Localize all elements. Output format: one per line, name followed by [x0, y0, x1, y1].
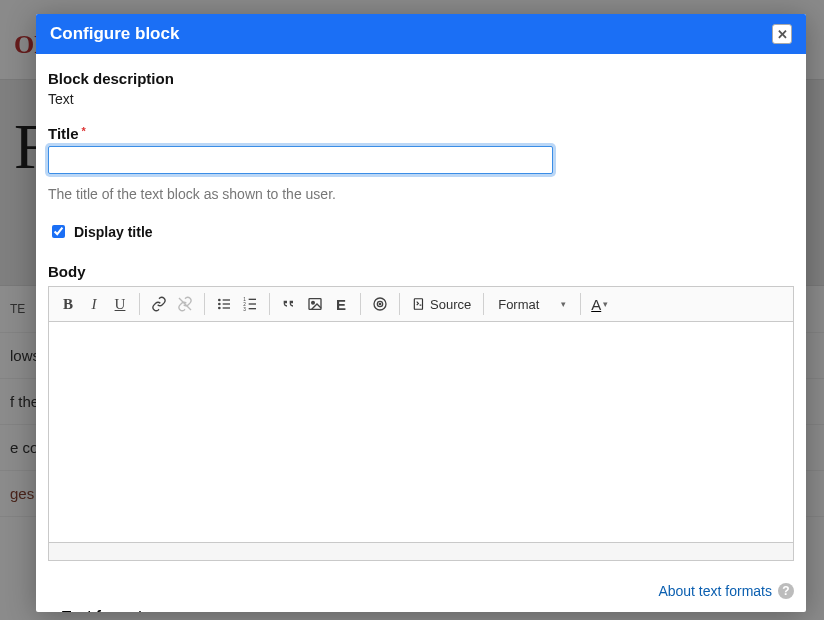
- source-button[interactable]: Source: [406, 291, 477, 317]
- svg-rect-6: [223, 307, 230, 308]
- link-button[interactable]: [146, 291, 172, 317]
- bold-button[interactable]: B: [55, 291, 81, 317]
- svg-point-17: [379, 303, 380, 304]
- modal-header: Configure block ✕: [36, 14, 806, 54]
- svg-rect-5: [223, 303, 230, 304]
- bold-icon: B: [63, 296, 73, 313]
- unlink-icon: [177, 296, 193, 312]
- underline-icon: U: [115, 296, 126, 313]
- bullet-list-icon: [216, 296, 232, 312]
- bullet-list-button[interactable]: [211, 291, 237, 317]
- title-label-text: Title: [48, 125, 79, 142]
- svg-point-2: [218, 303, 221, 306]
- media-button[interactable]: [367, 291, 393, 317]
- source-icon: [412, 297, 426, 311]
- toolbar-separator: [360, 293, 361, 315]
- italic-icon: I: [92, 296, 97, 313]
- display-title-label: Display title: [74, 224, 153, 240]
- text-format-label: Text format: [62, 607, 780, 612]
- svg-point-1: [218, 299, 221, 302]
- about-text-formats-row: About text formats ?: [48, 583, 794, 599]
- display-title-checkbox[interactable]: [52, 225, 65, 238]
- numbered-list-button[interactable]: 123: [237, 291, 263, 317]
- format-dropdown[interactable]: Format ▾: [490, 291, 574, 317]
- text-color-icon: A: [591, 296, 601, 313]
- title-label: Title*: [48, 125, 794, 142]
- title-input[interactable]: [48, 146, 553, 174]
- svg-point-3: [218, 307, 221, 310]
- required-indicator: *: [82, 125, 86, 137]
- close-icon: ✕: [777, 28, 788, 41]
- body-label: Body: [48, 263, 794, 280]
- blockquote-button[interactable]: [276, 291, 302, 317]
- chevron-down-icon: ▾: [561, 299, 566, 309]
- svg-point-14: [312, 301, 315, 304]
- configure-block-modal: Configure block ✕ Block description Text…: [36, 14, 806, 612]
- help-icon[interactable]: ?: [778, 583, 794, 599]
- image-button[interactable]: [302, 291, 328, 317]
- editor-status-bar: [49, 542, 793, 560]
- e-icon: E: [336, 296, 346, 313]
- toolbar-separator: [399, 293, 400, 315]
- svg-text:3: 3: [243, 307, 246, 312]
- modal-title: Configure block: [50, 24, 179, 44]
- numbered-list-icon: 123: [242, 296, 258, 312]
- source-label: Source: [430, 297, 471, 312]
- close-button[interactable]: ✕: [772, 24, 792, 44]
- toolbar-separator: [483, 293, 484, 315]
- toolbar-separator: [139, 293, 140, 315]
- svg-rect-10: [249, 299, 256, 300]
- svg-rect-11: [249, 303, 256, 304]
- editor-toolbar: B I U: [49, 287, 793, 322]
- block-description-value: Text: [48, 91, 794, 107]
- unlink-button: [172, 291, 198, 317]
- chevron-down-icon: ▾: [603, 299, 608, 309]
- svg-rect-4: [223, 299, 230, 300]
- toolbar-separator: [204, 293, 205, 315]
- toolbar-separator: [269, 293, 270, 315]
- svg-rect-12: [249, 308, 256, 309]
- format-label: Format: [498, 297, 539, 312]
- text-color-button[interactable]: A ▾: [587, 291, 612, 317]
- svg-rect-13: [309, 299, 321, 310]
- rich-text-editor: B I U: [48, 286, 794, 561]
- e-button[interactable]: E: [328, 291, 354, 317]
- image-icon: [307, 296, 323, 312]
- blockquote-icon: [281, 296, 297, 312]
- modal-body[interactable]: Block description Text Title* The title …: [36, 54, 806, 612]
- link-icon: [151, 296, 167, 312]
- body-editor-area[interactable]: [49, 322, 793, 542]
- about-text-formats-link[interactable]: About text formats: [658, 583, 772, 599]
- italic-button[interactable]: I: [81, 291, 107, 317]
- underline-button[interactable]: U: [107, 291, 133, 317]
- toolbar-separator: [580, 293, 581, 315]
- title-help-text: The title of the text block as shown to …: [48, 186, 794, 202]
- display-title-row: Display title: [48, 222, 794, 241]
- block-description-label: Block description: [48, 70, 794, 87]
- media-icon: [372, 296, 388, 312]
